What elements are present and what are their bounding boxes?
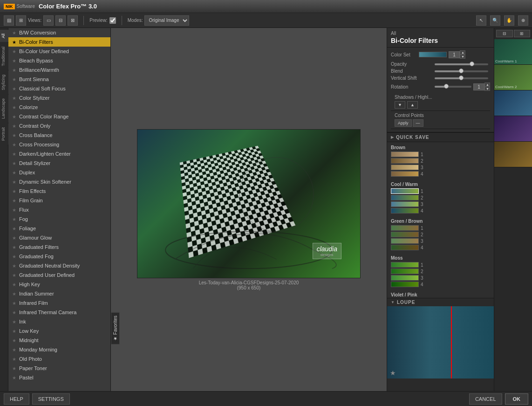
filter-item-5[interactable]: ★Burnt Sienna <box>8 75 110 84</box>
filter-item-16[interactable]: ★Dynamic Skin Softener <box>8 177 110 186</box>
filter-item-29[interactable]: ★Infrared Film <box>8 298 110 308</box>
filter-item-37[interactable]: ★Pastel <box>8 373 110 382</box>
view-single[interactable]: ▭ <box>43 15 54 26</box>
tab-portrait[interactable]: Portrait <box>0 124 8 145</box>
filter-item-19[interactable]: ★Flux <box>8 205 110 214</box>
filter-item-8[interactable]: ★Colorize <box>8 103 110 112</box>
preview-checkbox[interactable] <box>109 17 116 24</box>
filter-item-3[interactable]: ★Bleach Bypass <box>8 56 110 65</box>
filter-item-14[interactable]: ★Detail Stylizer <box>8 158 110 168</box>
swatch-row-2-0[interactable]: 1 <box>389 225 492 231</box>
filter-item-15[interactable]: ★Duplex <box>8 168 110 177</box>
tool-picker[interactable]: ⊕ <box>518 15 528 26</box>
quick-save-bar[interactable]: ▶ QUICK SAVE <box>387 132 494 142</box>
filter-item-6[interactable]: ★Classical Soft Focus <box>8 84 110 93</box>
settings-button[interactable]: SETTINGS <box>32 393 70 405</box>
swatch-row-3-3[interactable]: 4 <box>389 281 492 288</box>
opacity-slider[interactable] <box>435 63 488 65</box>
filter-item-27[interactable]: ★High Key <box>8 280 110 289</box>
tab-landscape[interactable]: Landscape <box>0 95 8 123</box>
rotation-input[interactable] <box>473 83 484 90</box>
cp-apply[interactable]: Apply <box>395 119 412 127</box>
view-side[interactable]: ⊠ <box>68 15 78 26</box>
swatch-row-1-2[interactable]: 3 <box>389 201 492 207</box>
filter-item-32[interactable]: ★Low Key <box>8 326 110 336</box>
rotation-slider[interactable] <box>435 86 471 88</box>
filter-item-2[interactable]: ★Bi-Color User Defined <box>8 47 110 56</box>
filter-item-17[interactable]: ★Film Effects <box>8 186 110 196</box>
filter-item-0[interactable]: ★B/W Conversion <box>8 28 110 37</box>
filter-item-12[interactable]: ★Cross Processing <box>8 140 110 149</box>
tab-stylizing[interactable]: Stylizing <box>0 71 8 94</box>
filter-item-35[interactable]: ★Old Photo <box>8 354 110 364</box>
tool-arrow[interactable]: ↖ <box>476 15 486 26</box>
filter-item-11[interactable]: ★Cross Balance <box>8 131 110 140</box>
filter-item-4[interactable]: ★Brilliance/Warmth <box>8 65 110 75</box>
ok-button[interactable]: OK <box>505 393 529 405</box>
filter-item-30[interactable]: ★Infrared Thermal Camera <box>8 308 110 317</box>
rotation-down[interactable]: ▼ <box>484 87 490 91</box>
tool-zoom[interactable]: 🔍 <box>490 15 500 26</box>
swatch-row-0-0[interactable]: 1 <box>389 151 492 158</box>
swatch-row-2-2[interactable]: 3 <box>389 238 492 244</box>
swatch-row-2-1[interactable]: 2 <box>389 231 492 238</box>
view-icon-2[interactable]: ⊞ <box>16 15 26 26</box>
view-icon-1[interactable]: ▤ <box>4 15 14 26</box>
filter-item-22[interactable]: ★Glamour Glow <box>8 233 110 242</box>
shadow-darken[interactable]: ▼ <box>395 101 405 109</box>
filter-item-7[interactable]: ★Color Stylizer <box>8 93 110 103</box>
blend-slider[interactable] <box>435 70 488 72</box>
help-button[interactable]: HELP <box>4 393 29 405</box>
thumb-item-2[interactable]: Cool/Warm 2 <box>494 65 532 90</box>
swatch-row-0-2[interactable]: 3 <box>389 164 492 171</box>
filter-item-28[interactable]: ★Indian Summer <box>8 289 110 298</box>
filter-item-1[interactable]: ★Bi-Color Filters <box>8 37 110 47</box>
tab-traditional[interactable]: Traditional <box>0 43 8 70</box>
view-split[interactable]: ⊟ <box>55 15 66 26</box>
swatch-row-2-3[interactable]: 4 <box>389 244 492 251</box>
thumb-ctrl-1[interactable]: ⊟ <box>496 30 513 37</box>
swatch-row-3-0[interactable]: 1 <box>389 261 492 268</box>
filter-item-23[interactable]: ★Graduated Filters <box>8 242 110 252</box>
color-set-up[interactable]: ▲ <box>460 50 465 55</box>
loupe-star[interactable]: ★ <box>390 369 396 377</box>
loupe-header[interactable]: ▼ LOUPE <box>387 298 494 306</box>
preview-canvas[interactable]: claudia designs <box>137 129 361 278</box>
color-set-down[interactable]: ▼ <box>460 55 465 59</box>
filter-item-25[interactable]: ★Graduated Neutral Density <box>8 261 110 270</box>
swatch-row-0-3[interactable]: 4 <box>389 171 492 177</box>
thumb-item-4[interactable] <box>494 116 532 142</box>
filter-item-26[interactable]: ★Graduated User Defined <box>8 270 110 280</box>
swatch-row-3-1[interactable]: 2 <box>389 268 492 275</box>
thumb-ctrl-2[interactable]: ⊞ <box>514 30 531 37</box>
filter-item-18[interactable]: ★Film Grain <box>8 196 110 205</box>
swatch-row-3-2[interactable]: 3 <box>389 275 492 281</box>
color-set-input[interactable] <box>449 51 460 58</box>
shadow-lighten[interactable]: ▲ <box>407 101 418 109</box>
thumb-item-5[interactable] <box>494 142 532 167</box>
filter-item-13[interactable]: ★Darken/Lighten Center <box>8 149 110 158</box>
filter-item-31[interactable]: ★Ink <box>8 317 110 326</box>
thumb-item-1[interactable]: Cool/Warm 1 <box>494 39 532 65</box>
swatch-row-0-1[interactable]: 2 <box>389 158 492 164</box>
vertical-shift-slider[interactable] <box>435 77 488 79</box>
filter-item-20[interactable]: ★Fog <box>8 214 110 224</box>
modes-select[interactable]: Original Image <box>144 15 189 26</box>
swatch-row-1-3[interactable]: 4 <box>389 207 492 214</box>
filter-item-10[interactable]: ★Contrast Only <box>8 121 110 131</box>
filter-item-33[interactable]: ★Midnight <box>8 336 110 345</box>
rotation-up[interactable]: ▲ <box>484 83 490 87</box>
tool-hand[interactable]: ✋ <box>504 15 514 26</box>
filter-item-9[interactable]: ★Contrast Color Range <box>8 112 110 121</box>
filter-item-21[interactable]: ★Foliage <box>8 224 110 233</box>
filter-item-36[interactable]: ★Paper Toner <box>8 364 110 373</box>
favorites-tab[interactable]: ★ Favorites <box>111 312 120 344</box>
tab-all[interactable]: All <box>0 30 8 42</box>
filter-item-34[interactable]: ★Monday Morning <box>8 345 110 354</box>
swatch-row-1-1[interactable]: 2 <box>389 194 492 201</box>
swatch-row-1-0[interactable]: 1 <box>389 188 492 194</box>
thumb-item-3[interactable] <box>494 90 532 116</box>
cancel-button[interactable]: CANCEL <box>469 393 502 405</box>
filter-item-24[interactable]: ★Graduated Fog <box>8 252 110 261</box>
cp-minus[interactable]: — <box>413 119 423 127</box>
